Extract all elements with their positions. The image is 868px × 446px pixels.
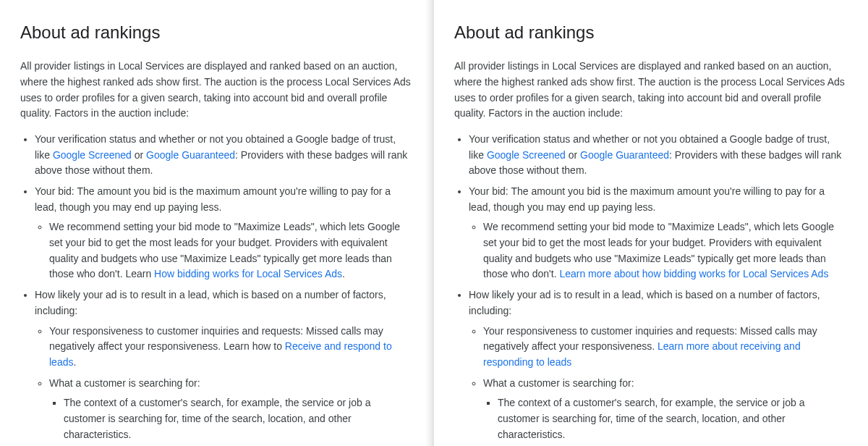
factor-bid: Your bid: The amount you bid is the maxi… bbox=[469, 184, 848, 282]
page-title: About ad rankings bbox=[20, 19, 414, 46]
link-google-guaranteed[interactable]: Google Guaranteed bbox=[580, 149, 669, 161]
factor-verification: Your verification status and whether or … bbox=[469, 132, 848, 179]
right-pane: About ad rankings All provider listings … bbox=[434, 0, 868, 446]
left-pane: About ad rankings All provider listings … bbox=[0, 0, 434, 446]
factor-likely: How likely your ad is to result in a lea… bbox=[35, 287, 414, 446]
factor-search: What a customer is searching for: The co… bbox=[483, 376, 848, 446]
link-google-screened[interactable]: Google Screened bbox=[487, 149, 566, 161]
factor-responsiveness: Your responsiveness to customer inquirie… bbox=[49, 324, 414, 371]
factor-bid-sub: We recommend setting your bid mode to "M… bbox=[483, 219, 848, 282]
factor-search: What a customer is searching for: The co… bbox=[49, 376, 414, 446]
factor-bid-sub: We recommend setting your bid mode to "M… bbox=[49, 219, 414, 282]
factor-list: Your verification status and whether or … bbox=[454, 132, 848, 446]
factor-list: Your verification status and whether or … bbox=[20, 132, 414, 446]
factor-context: The context of a customer's search, for … bbox=[498, 395, 848, 442]
link-google-screened[interactable]: Google Screened bbox=[53, 149, 132, 161]
factor-verification: Your verification status and whether or … bbox=[35, 132, 414, 179]
intro-text: All provider listings in Local Services … bbox=[20, 59, 414, 122]
page-title: About ad rankings bbox=[454, 19, 848, 46]
factor-context: The context of a customer's search, for … bbox=[64, 395, 414, 442]
link-bidding-works[interactable]: Learn more about how bidding works for L… bbox=[559, 268, 828, 279]
factor-bid: Your bid: The amount you bid is the maxi… bbox=[35, 184, 414, 282]
factor-likely: How likely your ad is to result in a lea… bbox=[469, 287, 848, 446]
link-google-guaranteed[interactable]: Google Guaranteed bbox=[146, 149, 235, 161]
intro-text: All provider listings in Local Services … bbox=[454, 59, 848, 122]
link-bidding-works[interactable]: How bidding works for Local Services Ads bbox=[154, 268, 342, 279]
factor-responsiveness: Your responsiveness to customer inquirie… bbox=[483, 324, 848, 371]
